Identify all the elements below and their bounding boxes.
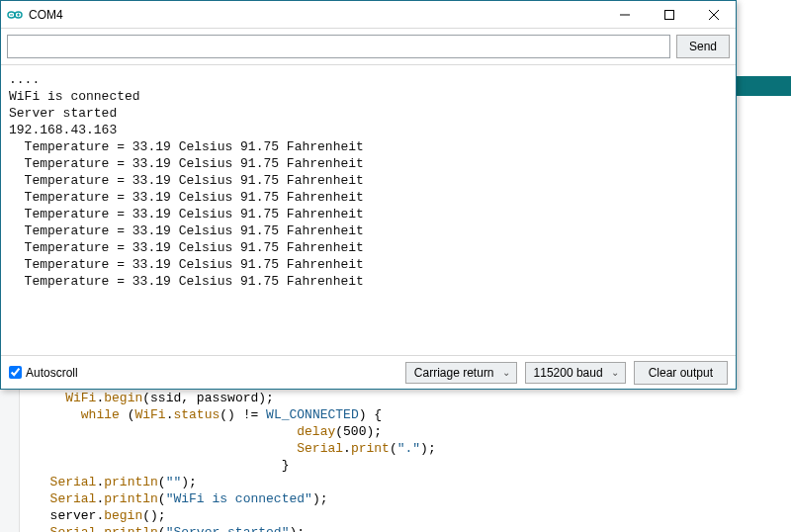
send-row: Send bbox=[1, 29, 736, 65]
autoscroll-input[interactable] bbox=[9, 366, 22, 379]
chevron-down-icon: ⌄ bbox=[611, 367, 619, 378]
line-ending-select[interactable]: Carriage return ⌄ bbox=[405, 362, 517, 384]
svg-rect-6 bbox=[664, 10, 673, 19]
serial-output: .... WiFi is connected Server started 19… bbox=[1, 65, 736, 355]
titlebar[interactable]: COM4 bbox=[1, 1, 736, 29]
line-ending-value: Carriage return bbox=[414, 366, 494, 380]
autoscroll-checkbox[interactable]: Autoscroll bbox=[9, 366, 78, 380]
code-editor[interactable]: WiFi.begin(ssid, password); while (WiFi.… bbox=[35, 390, 791, 532]
close-button[interactable] bbox=[691, 1, 736, 29]
maximize-button[interactable] bbox=[647, 1, 691, 29]
editor-gutter bbox=[0, 390, 20, 532]
serial-input[interactable] bbox=[7, 35, 670, 58]
arduino-icon bbox=[7, 7, 23, 23]
clear-output-button[interactable]: Clear output bbox=[634, 361, 728, 385]
window-controls bbox=[602, 1, 736, 29]
svg-line-8 bbox=[709, 10, 719, 20]
bottom-bar: Autoscroll Carriage return ⌄ 115200 baud… bbox=[1, 355, 736, 389]
svg-line-7 bbox=[709, 10, 719, 20]
baud-select[interactable]: 115200 baud ⌄ bbox=[525, 362, 626, 384]
serial-monitor-window: COM4 Send .... WiFi is connected Server … bbox=[0, 0, 737, 390]
chevron-down-icon: ⌄ bbox=[502, 367, 510, 378]
baud-value: 115200 baud bbox=[534, 366, 603, 380]
minimize-button[interactable] bbox=[602, 1, 647, 29]
send-button[interactable]: Send bbox=[676, 35, 730, 58]
autoscroll-label: Autoscroll bbox=[26, 366, 78, 380]
window-title: COM4 bbox=[29, 8, 63, 22]
